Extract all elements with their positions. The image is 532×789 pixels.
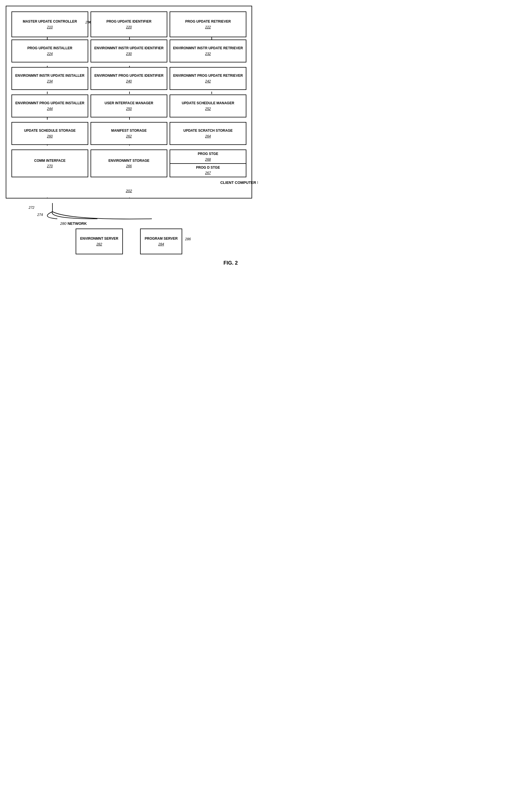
client-system-number: 202 <box>126 189 132 193</box>
environmnt-server-title: ENVIRONMNT SERVER <box>80 236 118 241</box>
prog-update-retriever-num: 222 <box>205 25 211 29</box>
prog-update-identifier-title: PROG UPDATE IDENTIFIER <box>106 19 151 24</box>
update-schedule-storage-title: UPDATE SCHEDULE STORAGE <box>24 129 76 133</box>
environmnt-instr-update-retriever-title: ENVIRONMNT INSTR UPDATE RETRIEVER <box>173 46 243 51</box>
environmnt-instr-update-installer-num: 234 <box>47 79 53 83</box>
environmnt-instr-update-retriever-num: 232 <box>205 52 211 56</box>
prog-stge-upper: PROG STGE 268 <box>170 150 246 164</box>
comm-interface-box: COMM INTERFACE 270 <box>12 150 88 177</box>
environmnt-storage-box: ENVIRONMNT STORAGE 266 <box>91 150 167 177</box>
environmnt-prog-update-installer-box: ENVIRONMNT PROG UPDATE INSTALLER 244 <box>12 95 88 117</box>
network-connectors-svg: 272 274 <box>12 203 258 220</box>
manifest-storage-num: 262 <box>126 134 132 138</box>
update-scratch-storage-box: UPDATE SCRATCH STORAGE 264 <box>170 122 246 145</box>
prog-update-retriever-title: PROG UPDATE RETRIEVER <box>185 19 231 24</box>
prog-update-installer-box: PROG UPDATE INSTALLER 224 <box>12 40 88 62</box>
update-schedule-manager-box: UPDATE SCHEDULE MANAGER 252 <box>170 95 246 117</box>
figure-label: FIG. 2 <box>12 260 238 266</box>
environmnt-instr-update-identifier-num: 230 <box>126 52 132 56</box>
update-schedule-manager-num: 252 <box>205 107 211 111</box>
user-interface-manager-box: USER INTERFACE MANAGER 250 <box>91 95 167 117</box>
network-word-label: NETWORK <box>68 222 87 226</box>
prog-stge-num: 268 <box>205 157 211 161</box>
update-schedule-storage-num: 260 <box>47 134 53 138</box>
prog-update-installer-num: 224 <box>47 52 53 56</box>
environmnt-instr-update-installer-title: ENVIRONMNT INSTR UPDATE INSTALLER <box>15 74 84 78</box>
ref-272-label: 272 <box>28 206 34 210</box>
master-update-controller-num: 210 <box>47 25 53 29</box>
comm-interface-title: COMM INTERFACE <box>34 159 65 163</box>
ref-286-label: 286 <box>185 237 191 241</box>
row-0: MASTER UPDATE CONTROLLER 210 208 PROG UP… <box>9 9 249 37</box>
network-area: 272 274 280 NETWORK ENVIRONMNT SERVER 28… <box>6 203 252 266</box>
update-schedule-storage-box: UPDATE SCHEDULE STORAGE 260 <box>12 122 88 145</box>
environmnt-prog-update-retriever-num: 242 <box>205 79 211 83</box>
master-update-controller-title: MASTER UPDATE CONTROLLER <box>23 19 77 24</box>
environmnt-server-box: ENVIRONMNT SERVER 282 <box>76 229 123 254</box>
prog-stge-title: PROG STGE <box>198 152 218 156</box>
program-server-title: PROGRAM SERVER <box>145 236 178 241</box>
environmnt-prog-update-retriever-box: ENVIRONMNT PROG UPDATE RETRIEVER 242 <box>170 67 246 90</box>
prog-d-stge-num: 267 <box>205 171 211 175</box>
update-scratch-storage-num: 264 <box>205 134 211 138</box>
environmnt-prog-update-identifier-box: ENVIRONMNT PROG UPDATE IDENTIFIER 240 <box>91 67 167 90</box>
prog-update-identifier-box: PROG UPDATE IDENTIFIER 220 <box>91 12 167 37</box>
program-server-box: PROGRAM SERVER 284 <box>140 229 182 254</box>
prog-stge-combined-box: PROG STGE 268 PROG D STGE 267 <box>170 150 246 177</box>
master-update-controller-box: MASTER UPDATE CONTROLLER 210 <box>12 12 88 37</box>
environmnt-instr-update-retriever-box: ENVIRONMNT INSTR UPDATE RETRIEVER 232 <box>170 40 246 62</box>
row-3: ENVIRONMNT PROG UPDATE INSTALLER 244 USE… <box>9 92 249 120</box>
network-number-label: 280 <box>60 222 66 226</box>
environmnt-server-num: 282 <box>96 242 102 246</box>
environmnt-prog-update-installer-num: 244 <box>47 107 53 111</box>
environmnt-prog-update-identifier-title: ENVIRONMNT PROG UPDATE IDENTIFIER <box>94 74 163 78</box>
update-schedule-manager-title: UPDATE SCHEDULE MANAGER <box>182 101 234 106</box>
comm-interface-num: 270 <box>47 164 53 168</box>
program-server-num: 284 <box>158 242 164 246</box>
environmnt-storage-title: ENVIRONMNT STORAGE <box>108 159 149 163</box>
prog-update-installer-title: PROG UPDATE INSTALLER <box>27 46 73 51</box>
user-interface-manager-title: USER INTERFACE MANAGER <box>104 101 153 106</box>
row-2: ENVIRONMNT INSTR UPDATE INSTALLER 234 EN… <box>9 65 249 92</box>
client-system-label: CLIENT COMPUTER SYSTEM <box>220 180 258 185</box>
environmnt-instr-update-identifier-box: ENVIRONMNT INSTR UPDATE IDENTIFIER 230 <box>91 40 167 62</box>
environmnt-instr-update-installer-box: ENVIRONMNT INSTR UPDATE INSTALLER 234 <box>12 67 88 90</box>
row-4: UPDATE SCHEDULE STORAGE 260 MANIFEST STO… <box>9 120 249 147</box>
environmnt-storage-num: 266 <box>126 164 132 168</box>
ref-274-label: 274 <box>37 213 43 217</box>
client-system-box: MASTER UPDATE CONTROLLER 210 208 PROG UP… <box>6 6 252 198</box>
update-scratch-storage-title: UPDATE SCRATCH STORAGE <box>183 129 233 133</box>
user-interface-manager-num: 250 <box>126 107 132 111</box>
prog-d-stge-lower: PROG D STGE 267 <box>170 164 246 177</box>
diagram-container: MASTER UPDATE CONTROLLER 210 208 PROG UP… <box>6 6 252 266</box>
environmnt-instr-update-identifier-title: ENVIRONMNT INSTR UPDATE IDENTIFIER <box>94 46 164 51</box>
environmnt-prog-update-identifier-num: 240 <box>126 79 132 83</box>
environmnt-prog-update-retriever-title: ENVIRONMNT PROG UPDATE RETRIEVER <box>173 74 243 78</box>
manifest-storage-box: MANIFEST STORAGE 262 <box>91 122 167 145</box>
manifest-storage-title: MANIFEST STORAGE <box>111 129 147 133</box>
prog-update-retriever-box: PROG UPDATE RETRIEVER 222 <box>170 12 246 37</box>
prog-update-identifier-num: 220 <box>126 25 132 29</box>
row-1: PROG UPDATE INSTALLER 224 ENVIRONMNT INS… <box>9 37 249 65</box>
environmnt-prog-update-installer-title: ENVIRONMNT PROG UPDATE INSTALLER <box>16 101 84 106</box>
prog-d-stge-title: PROG D STGE <box>196 166 220 170</box>
server-row: ENVIRONMNT SERVER 282 PROGRAM SERVER 284… <box>12 229 246 254</box>
row-5: COMM INTERFACE 270 ENVIRONMNT STORAGE 26… <box>9 147 249 179</box>
